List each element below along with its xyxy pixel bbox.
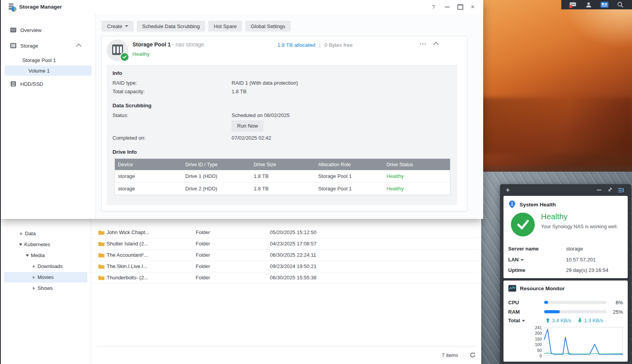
collapse-panel-icon[interactable]	[431, 41, 441, 47]
drive-info-heading: Drive Info	[112, 149, 452, 155]
tree-item-downloads[interactable]: Downloads	[4, 261, 87, 272]
tree-item-data[interactable]: Data	[4, 228, 87, 239]
lan-dropdown[interactable]: LAN	[508, 257, 566, 263]
chart-y-axis: 241200150100500	[519, 325, 542, 359]
ram-bar-fill	[544, 310, 560, 313]
table-header-row: Device Drive ID / Type Drive Size Alloca…	[115, 159, 450, 170]
file-type: Folder	[196, 252, 210, 258]
system-health-icon	[508, 200, 516, 209]
chevron-right-icon[interactable]	[33, 287, 35, 290]
file-row[interactable]: The.Skin.I.Live.I... Folder 09/23/2024 1…	[91, 261, 479, 272]
file-row[interactable]: Shutter Island (2... Folder 04/23/2025 1…	[91, 238, 479, 250]
pool-details: Info RAID type: RAID 1 (With data protec…	[107, 65, 457, 205]
info-heading: Info	[112, 70, 452, 76]
folder-icon	[98, 264, 105, 269]
titlebar[interactable]: Storage Manager ? ×	[1, 0, 483, 15]
widget-title: Resource Monitor	[520, 286, 565, 291]
completed-on-label: Completed on:	[112, 135, 232, 141]
storage-icon	[10, 43, 16, 48]
healthy-check-circle-icon	[511, 213, 535, 236]
sidebar-item-label: Storage	[20, 43, 38, 49]
chat-icon[interactable]	[569, 1, 577, 8]
health-description: Your Synology NAS is working well.	[541, 223, 622, 231]
chevron-right-icon[interactable]	[33, 265, 35, 268]
search-icon[interactable]	[616, 1, 625, 8]
help-button[interactable]: ?	[429, 2, 438, 12]
widgets-icon[interactable]	[600, 1, 609, 8]
server-name-row: Server name storage	[508, 243, 623, 254]
pin-icon[interactable]	[606, 186, 614, 194]
widget-title: System Health	[520, 202, 556, 208]
uptime-row: Uptime 29 day(s) 23:16:54	[508, 265, 623, 276]
storage-pool-card: Storage Pool 1 - nas storage Healthy 1.8…	[101, 36, 468, 211]
widget-titlebar[interactable]: +	[500, 184, 631, 196]
sidebar-item-overview[interactable]: Overview	[5, 25, 91, 35]
file-row[interactable]: John Wick Chapt... Folder 05/20/2025 15:…	[91, 227, 479, 238]
table-row[interactable]: storage Drive 1 (HDD) 1.8 TB Storage Poo…	[115, 170, 450, 183]
more-options-icon[interactable]	[417, 40, 428, 47]
chevron-right-icon[interactable]	[33, 276, 35, 279]
chevron-down-icon[interactable]	[26, 254, 29, 257]
file-name: The Accountant²...	[107, 252, 148, 258]
tree-item-media[interactable]: Media	[4, 250, 87, 261]
chevron-up-icon[interactable]	[76, 43, 82, 49]
file-row[interactable]: Thunderbolts- (2... Folder 06/30/2025 15…	[91, 272, 479, 284]
upload-arrow-icon	[546, 318, 550, 323]
sidebar-item-storage[interactable]: Storage	[5, 41, 91, 51]
chevron-down-icon[interactable]	[19, 243, 22, 246]
total-capacity-value: 1.8 TB	[232, 89, 246, 94]
file-name: John Wick Chapt...	[107, 229, 149, 235]
resource-monitor-widget: Resource Monitor CPU 6% RAM 25% Total 3.…	[503, 281, 628, 362]
dropdown-caret-icon	[522, 320, 525, 322]
upload-rate: 3.4 KB/s	[546, 318, 571, 323]
global-settings-button[interactable]: Global Settings	[245, 21, 291, 32]
file-modified: 06/30/2025 22:24:11	[270, 252, 316, 258]
create-button[interactable]: Create	[102, 21, 134, 32]
pool-title: Storage Pool 1 - nas storage	[132, 41, 204, 48]
folder-icon	[98, 241, 105, 247]
sidebar-item-hdd-ssd[interactable]: HDD/SSD	[5, 79, 91, 89]
schedule-data-scrubbing-button[interactable]: Schedule Data Scrubbing	[137, 21, 205, 32]
tree-item-label: Media	[31, 252, 45, 258]
tree-item-shows[interactable]: Shows	[4, 283, 87, 293]
tree-item-label: Kubernetes	[24, 241, 50, 247]
tree-item-movies[interactable]: Movies	[4, 272, 87, 282]
sidebar-item-label: HDD/SSD	[20, 81, 43, 87]
run-now-button[interactable]: Run Now	[232, 121, 263, 131]
maximize-button[interactable]	[455, 2, 465, 12]
chevron-right-icon[interactable]	[20, 232, 23, 235]
file-name: Thunderbolts- (2...	[107, 275, 148, 281]
file-row[interactable]: The Accountant²... Folder 06/30/2025 22:…	[91, 249, 479, 261]
cpu-bar-fill	[544, 301, 548, 304]
col-drive-status: Drive Status	[384, 159, 450, 170]
total-dropdown[interactable]: Total	[508, 318, 528, 323]
user-icon[interactable]	[584, 1, 593, 8]
cpu-bar	[544, 301, 607, 304]
close-button[interactable]: ×	[468, 2, 477, 12]
dropdown-caret-icon	[125, 25, 128, 27]
desktop: { "taskbar": { "icons": [ {"name": "chat…	[0, 0, 632, 364]
healthy-check-icon	[120, 52, 129, 62]
refresh-icon[interactable]	[470, 352, 476, 358]
col-allocation-role: Allocation Role	[315, 159, 384, 170]
sidebar-item-volume-1[interactable]: Volume 1	[5, 66, 91, 76]
minimize-button[interactable]	[443, 2, 452, 12]
pool-usage: 1.8 TB allocated | 0 Bytes free	[277, 42, 352, 48]
hot-spare-button[interactable]: Hot Spare	[208, 21, 242, 32]
storage-manager-sidebar: Overview Storage Storage Pool 1 Volume 1…	[1, 14, 96, 219]
cpu-percent: 6%	[616, 300, 623, 305]
data-scrubbing-heading: Data Scrubbing	[112, 103, 452, 108]
add-widget-icon[interactable]: +	[504, 186, 512, 194]
folder-icon	[98, 252, 105, 258]
tree-item-kubernetes[interactable]: Kubernetes	[4, 239, 87, 250]
table-row[interactable]: storage Drive 2 (HDD) 1.8 TB Storage Poo…	[115, 183, 450, 195]
drive-info-table: Device Drive ID / Type Drive Size Alloca…	[114, 158, 450, 195]
health-status: Healthy	[541, 212, 568, 221]
sidebar-item-label: Volume 1	[29, 68, 50, 74]
widget-minimize-icon[interactable]	[595, 186, 603, 194]
dock-widget-icon[interactable]	[617, 186, 625, 194]
widget-panel: + System Health Healthy Your Synology NA…	[500, 184, 631, 364]
allocated-link[interactable]: 1.8 TB allocated	[277, 42, 315, 48]
sidebar-item-storage-pool-1[interactable]: Storage Pool 1	[5, 55, 91, 65]
toolbar: Create Schedule Data Scrubbing Hot Spare…	[102, 21, 291, 32]
